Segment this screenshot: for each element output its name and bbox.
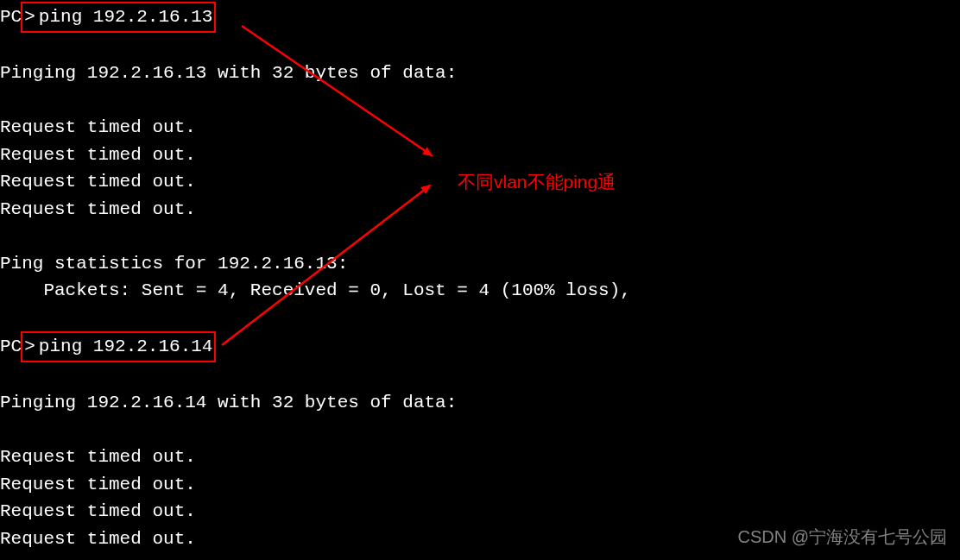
prompt-prefix: PC — [0, 337, 22, 356]
command-highlight-1: >ping 192.2.16.13 — [21, 2, 216, 33]
terminal-output: PC>ping 192.2.16.13 Pinging 192.2.16.13 … — [0, 2, 960, 552]
timeout-line: Request timed out. — [0, 114, 960, 142]
stats-detail-1: Packets: Sent = 4, Received = 0, Lost = … — [0, 277, 960, 305]
blank-line — [0, 223, 960, 250]
command-2: ping 192.2.16.14 — [37, 337, 215, 356]
command-1: ping 192.2.16.13 — [37, 7, 215, 27]
timeout-line: Request timed out. — [0, 196, 960, 223]
pinging-header-1: Pinging 192.2.16.13 with 32 bytes of dat… — [0, 60, 960, 87]
stats-header-1: Ping statistics for 192.2.16.13: — [0, 250, 960, 278]
watermark: CSDN @宁海没有七号公园 — [737, 524, 947, 550]
prompt-line-1: PC>ping 192.2.16.13 — [0, 2, 960, 33]
blank-line — [0, 417, 960, 444]
timeout-line: Request timed out. — [0, 142, 960, 169]
timeout-line: Request timed out. — [0, 444, 960, 471]
timeout-line: Request timed out. — [0, 498, 960, 525]
prompt-line-2: PC>ping 192.2.16.14 — [0, 331, 960, 362]
blank-line — [0, 33, 960, 60]
timeout-line: Request timed out. — [0, 471, 960, 499]
command-highlight-2: >ping 192.2.16.14 — [21, 331, 216, 362]
blank-line — [0, 305, 960, 332]
blank-line — [0, 87, 960, 115]
pinging-header-2: Pinging 192.2.16.14 with 32 bytes of dat… — [0, 389, 960, 417]
prompt-prefix: PC — [0, 7, 22, 27]
annotation-text: 不同vlan不能ping通 — [458, 168, 616, 196]
blank-line — [0, 362, 960, 390]
